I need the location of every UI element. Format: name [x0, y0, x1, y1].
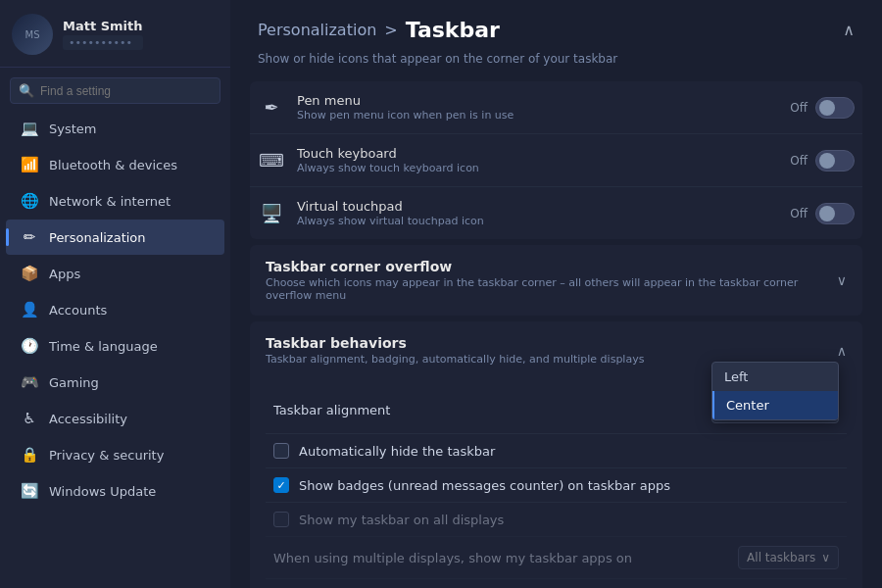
far-corner-row: ✓ Select the far corner of the taskbar t… [266, 579, 847, 588]
touch-keyboard-toggle-area: Off [790, 150, 855, 172]
touch-keyboard-icon: ⌨️ [258, 147, 285, 174]
accessibility-icon: ♿ [20, 409, 39, 428]
multi-display-label: When using multiple displays, show my ta… [273, 551, 738, 565]
all-displays-label: Show my taskbar on all displays [299, 513, 504, 527]
show-badges-checkbox[interactable]: ✓ [273, 477, 289, 493]
sidebar-item-label: System [49, 122, 96, 136]
virtual-touchpad-toggle-area: Off [790, 203, 855, 224]
corner-overflow-header-text: Taskbar corner overflow Choose which ico… [266, 259, 837, 302]
active-indicator [6, 228, 9, 246]
sidebar-nav: 💻 System 📶 Bluetooth & devices 🌐 Network… [0, 110, 230, 510]
virtual-touchpad-text: Virtual touchpad Always show virtual tou… [297, 199, 778, 227]
sidebar-item-personalization[interactable]: ✏️ Personalization [6, 220, 224, 255]
sidebar-item-label: Gaming [49, 375, 99, 390]
sidebar-item-label: Personalization [49, 230, 146, 245]
pen-menu-desc: Show pen menu icon when pen is in use [297, 109, 778, 122]
behaviors-chevron: ∧ [837, 343, 847, 359]
network-icon: 🌐 [20, 191, 39, 211]
privacy-icon: 🔒 [20, 445, 39, 465]
main-content: Personalization > Taskbar ∧ Show or hide… [230, 0, 882, 588]
touch-keyboard-text: Touch keyboard Always show touch keyboar… [297, 146, 778, 174]
alignment-row: Taskbar alignment Left Center Center ∨ [266, 387, 847, 434]
breadcrumb-current: Taskbar [406, 18, 500, 42]
touch-keyboard-toggle-off-label: Off [790, 154, 808, 168]
accounts-icon: 👤 [20, 300, 39, 319]
multi-display-row: When using multiple displays, show my ta… [266, 537, 847, 579]
pen-menu-label: Pen menu [297, 93, 778, 108]
system-icon: 💻 [20, 119, 39, 138]
corner-overflow-header[interactable]: Taskbar corner overflow Choose which ico… [250, 245, 862, 316]
virtual-touchpad-row: 🖥️ Virtual touchpad Always show virtual … [250, 187, 862, 239]
sidebar-item-label: Bluetooth & devices [49, 158, 177, 172]
virtual-touchpad-desc: Always show virtual touchpad icon [297, 215, 778, 227]
sidebar-item-label: Accessibility [49, 412, 127, 426]
touch-keyboard-toggle-thumb [819, 153, 835, 169]
alignment-label: Taskbar alignment [273, 403, 711, 417]
auto-hide-row: Automatically hide the taskbar [266, 434, 847, 468]
pen-menu-icon: ✒️ [258, 94, 285, 122]
sidebar-item-time[interactable]: 🕐 Time & language [6, 328, 224, 364]
user-section: MS Matt Smith •••••••••• [0, 0, 230, 68]
personalization-icon: ✏️ [20, 227, 39, 247]
sidebar-item-label: Time & language [49, 339, 158, 354]
sidebar-item-privacy[interactable]: 🔒 Privacy & security [6, 437, 224, 472]
virtual-touchpad-label: Virtual touchpad [297, 199, 778, 214]
sidebar-item-label: Privacy & security [49, 448, 164, 463]
sidebar-item-system[interactable]: 💻 System [6, 111, 224, 146]
sidebar: MS Matt Smith •••••••••• 🔍 💻 System 📶 Bl… [0, 0, 230, 588]
sidebar-item-windows-update[interactable]: 🔄 Windows Update [6, 473, 224, 509]
sidebar-item-label: Windows Update [49, 484, 156, 499]
scroll-up-button[interactable]: ∧ [843, 21, 855, 39]
corner-icons-intro: Show or hide icons that appear on the co… [250, 52, 862, 75]
virtual-touchpad-toggle-off-label: Off [790, 207, 808, 220]
page-header: Personalization > Taskbar ∧ [230, 0, 882, 52]
all-displays-row: Show my taskbar on all displays [266, 503, 847, 537]
pen-menu-toggle-area: Off [790, 97, 855, 119]
corner-overflow-subtitle: Choose which icons may appear in the tas… [266, 276, 837, 302]
multi-display-dropdown: All taskbars ∨ [738, 546, 839, 569]
corner-overflow-title: Taskbar corner overflow [266, 259, 837, 274]
corner-overflow-section: Taskbar corner overflow Choose which ico… [250, 245, 862, 316]
search-input[interactable] [40, 84, 212, 98]
sidebar-item-label: Network & internet [49, 194, 171, 209]
apps-icon: 📦 [20, 264, 39, 283]
avatar: MS [12, 14, 53, 55]
behaviors-section: Taskbar behaviors Taskbar alignment, bad… [250, 321, 862, 588]
pen-menu-toggle[interactable] [815, 97, 855, 119]
bluetooth-icon: 📶 [20, 155, 39, 174]
alignment-option-center[interactable]: Center [712, 391, 838, 419]
alignment-option-left[interactable]: Left [712, 363, 838, 391]
sidebar-item-network[interactable]: 🌐 Network & internet [6, 183, 224, 219]
breadcrumb-separator: > [384, 21, 397, 39]
virtual-touchpad-icon: 🖥️ [258, 200, 285, 227]
virtual-touchpad-toggle[interactable] [815, 203, 855, 224]
all-displays-checkbox [273, 512, 289, 527]
sidebar-item-label: Apps [49, 267, 80, 281]
show-badges-row: ✓ Show badges (unread messages counter) … [266, 468, 847, 503]
user-name: Matt Smith [63, 19, 143, 33]
behaviors-title: Taskbar behaviors [266, 335, 837, 351]
touch-keyboard-desc: Always show touch keyboard icon [297, 162, 778, 174]
avatar-image: MS [12, 14, 53, 55]
pen-menu-toggle-off-label: Off [790, 101, 808, 115]
touch-keyboard-toggle[interactable] [815, 150, 855, 172]
touch-keyboard-label: Touch keyboard [297, 146, 778, 161]
user-email: •••••••••• [63, 35, 143, 50]
touch-keyboard-row: ⌨️ Touch keyboard Always show touch keyb… [250, 134, 862, 187]
time-icon: 🕐 [20, 336, 39, 356]
update-icon: 🔄 [20, 481, 39, 501]
show-badges-label: Show badges (unread messages counter) on… [299, 478, 670, 493]
alignment-dropdown-container: Left Center Center ∨ [711, 397, 839, 423]
avatar-initials: MS [25, 29, 40, 40]
search-box[interactable]: 🔍 [10, 77, 220, 104]
auto-hide-checkbox[interactable] [273, 443, 289, 459]
behaviors-body: Taskbar alignment Left Center Center ∨ [250, 379, 862, 588]
sidebar-item-accessibility[interactable]: ♿ Accessibility [6, 401, 224, 436]
sidebar-item-accounts[interactable]: 👤 Accounts [6, 292, 224, 327]
show-badges-checkmark: ✓ [276, 479, 285, 492]
sidebar-item-label: Accounts [49, 303, 107, 318]
sidebar-item-gaming[interactable]: 🎮 Gaming [6, 365, 224, 400]
sidebar-item-bluetooth[interactable]: 📶 Bluetooth & devices [6, 147, 224, 182]
corner-overflow-chevron: ∨ [837, 272, 847, 288]
sidebar-item-apps[interactable]: 📦 Apps [6, 256, 224, 291]
